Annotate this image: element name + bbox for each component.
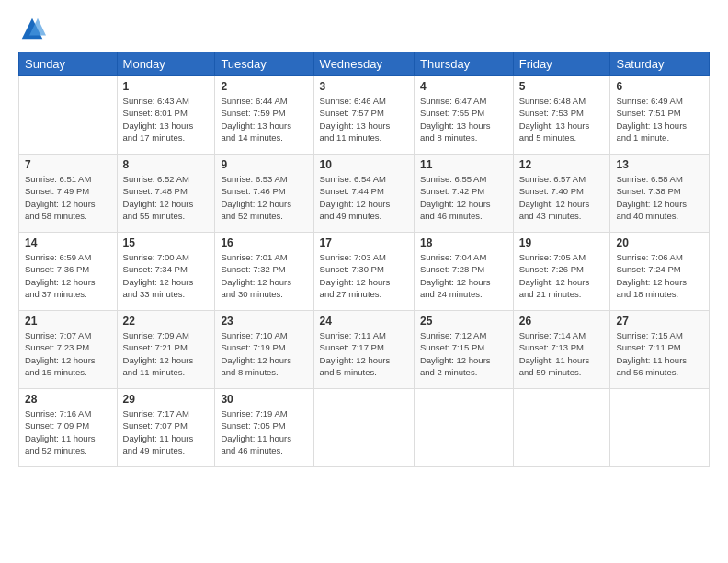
day-number: 10 — [320, 158, 408, 171]
calendar-cell: 4Sunrise: 6:47 AM Sunset: 7:55 PM Daylig… — [414, 76, 513, 155]
calendar-cell: 23Sunrise: 7:10 AM Sunset: 7:19 PM Dayli… — [215, 311, 313, 389]
calendar-cell: 14Sunrise: 6:59 AM Sunset: 7:36 PM Dayli… — [19, 233, 118, 311]
weekday-header-tuesday: Tuesday — [215, 52, 313, 76]
weekday-header-monday: Monday — [117, 52, 215, 76]
logo — [18, 15, 50, 42]
week-row-4: 28Sunrise: 7:16 AM Sunset: 7:09 PM Dayli… — [19, 389, 710, 467]
day-number: 16 — [221, 236, 307, 249]
logo-icon — [18, 15, 46, 42]
calendar-cell: 12Sunrise: 6:57 AM Sunset: 7:40 PM Dayli… — [513, 155, 610, 233]
page: SundayMondayTuesdayWednesdayThursdayFrid… — [0, 0, 728, 563]
day-info: Sunrise: 7:07 AM Sunset: 7:23 PM Dayligh… — [25, 329, 111, 378]
day-number: 27 — [616, 315, 703, 327]
calendar-cell: 29Sunrise: 7:17 AM Sunset: 7:07 PM Dayli… — [117, 389, 215, 467]
day-info: Sunrise: 6:48 AM Sunset: 7:53 PM Dayligh… — [519, 95, 605, 144]
day-number: 9 — [221, 158, 307, 171]
day-number: 30 — [221, 393, 307, 406]
calendar-cell: 2Sunrise: 6:44 AM Sunset: 7:59 PM Daylig… — [215, 76, 313, 155]
calendar-cell: 30Sunrise: 7:19 AM Sunset: 7:05 PM Dayli… — [215, 389, 313, 467]
day-info: Sunrise: 6:49 AM Sunset: 7:51 PM Dayligh… — [616, 95, 703, 144]
calendar-cell: 8Sunrise: 6:52 AM Sunset: 7:48 PM Daylig… — [117, 155, 215, 233]
weekday-header-row: SundayMondayTuesdayWednesdayThursdayFrid… — [19, 52, 710, 76]
calendar-cell: 13Sunrise: 6:58 AM Sunset: 7:38 PM Dayli… — [610, 155, 710, 233]
day-info: Sunrise: 6:57 AM Sunset: 7:40 PM Dayligh… — [519, 173, 605, 222]
weekday-header-sunday: Sunday — [19, 52, 118, 76]
day-number: 15 — [123, 236, 210, 249]
day-number: 3 — [320, 80, 408, 93]
calendar-cell: 10Sunrise: 6:54 AM Sunset: 7:44 PM Dayli… — [313, 155, 414, 233]
calendar-cell — [313, 389, 414, 467]
day-info: Sunrise: 7:16 AM Sunset: 7:09 PM Dayligh… — [25, 408, 111, 456]
calendar-cell: 24Sunrise: 7:11 AM Sunset: 7:17 PM Dayli… — [313, 311, 414, 389]
calendar-cell: 19Sunrise: 7:05 AM Sunset: 7:26 PM Dayli… — [513, 233, 610, 311]
day-number: 1 — [123, 80, 210, 93]
day-number: 8 — [123, 158, 210, 171]
day-number: 17 — [320, 236, 408, 249]
day-number: 7 — [25, 158, 111, 171]
day-number: 29 — [123, 393, 210, 406]
day-number: 19 — [519, 236, 605, 249]
day-info: Sunrise: 7:19 AM Sunset: 7:05 PM Dayligh… — [221, 408, 307, 456]
calendar-cell — [610, 389, 710, 467]
day-number: 25 — [420, 315, 507, 327]
weekday-header-friday: Friday — [513, 52, 610, 76]
header — [18, 15, 710, 42]
calendar-cell: 17Sunrise: 7:03 AM Sunset: 7:30 PM Dayli… — [313, 233, 414, 311]
calendar-cell: 15Sunrise: 7:00 AM Sunset: 7:34 PM Dayli… — [117, 233, 215, 311]
day-info: Sunrise: 7:01 AM Sunset: 7:32 PM Dayligh… — [221, 251, 307, 300]
day-number: 21 — [25, 315, 111, 327]
calendar-cell — [414, 389, 513, 467]
calendar-cell: 20Sunrise: 7:06 AM Sunset: 7:24 PM Dayli… — [610, 233, 710, 311]
day-number: 22 — [123, 315, 210, 327]
calendar-cell: 1Sunrise: 6:43 AM Sunset: 8:01 PM Daylig… — [117, 76, 215, 155]
calendar-cell: 7Sunrise: 6:51 AM Sunset: 7:49 PM Daylig… — [19, 155, 118, 233]
day-info: Sunrise: 6:46 AM Sunset: 7:57 PM Dayligh… — [320, 95, 408, 144]
calendar: SundayMondayTuesdayWednesdayThursdayFrid… — [18, 52, 710, 467]
day-info: Sunrise: 6:53 AM Sunset: 7:46 PM Dayligh… — [221, 173, 307, 222]
calendar-cell: 5Sunrise: 6:48 AM Sunset: 7:53 PM Daylig… — [513, 76, 610, 155]
calendar-cell: 16Sunrise: 7:01 AM Sunset: 7:32 PM Dayli… — [215, 233, 313, 311]
day-info: Sunrise: 6:51 AM Sunset: 7:49 PM Dayligh… — [25, 173, 111, 222]
calendar-cell: 28Sunrise: 7:16 AM Sunset: 7:09 PM Dayli… — [19, 389, 118, 467]
calendar-cell: 11Sunrise: 6:55 AM Sunset: 7:42 PM Dayli… — [414, 155, 513, 233]
day-info: Sunrise: 6:43 AM Sunset: 8:01 PM Dayligh… — [123, 95, 210, 144]
calendar-cell — [19, 76, 118, 155]
day-info: Sunrise: 6:59 AM Sunset: 7:36 PM Dayligh… — [25, 251, 111, 300]
day-info: Sunrise: 6:55 AM Sunset: 7:42 PM Dayligh… — [420, 173, 507, 222]
week-row-1: 7Sunrise: 6:51 AM Sunset: 7:49 PM Daylig… — [19, 155, 710, 233]
day-number: 26 — [519, 315, 605, 327]
weekday-header-saturday: Saturday — [610, 52, 710, 76]
day-info: Sunrise: 7:03 AM Sunset: 7:30 PM Dayligh… — [320, 251, 408, 300]
day-info: Sunrise: 7:04 AM Sunset: 7:28 PM Dayligh… — [420, 251, 507, 300]
calendar-cell: 26Sunrise: 7:14 AM Sunset: 7:13 PM Dayli… — [513, 311, 610, 389]
day-info: Sunrise: 6:54 AM Sunset: 7:44 PM Dayligh… — [320, 173, 408, 222]
day-number: 6 — [616, 80, 703, 93]
day-info: Sunrise: 6:44 AM Sunset: 7:59 PM Dayligh… — [221, 95, 307, 144]
day-info: Sunrise: 7:00 AM Sunset: 7:34 PM Dayligh… — [123, 251, 210, 300]
week-row-2: 14Sunrise: 6:59 AM Sunset: 7:36 PM Dayli… — [19, 233, 710, 311]
day-info: Sunrise: 7:06 AM Sunset: 7:24 PM Dayligh… — [616, 251, 703, 300]
day-number: 24 — [320, 315, 408, 327]
week-row-3: 21Sunrise: 7:07 AM Sunset: 7:23 PM Dayli… — [19, 311, 710, 389]
day-info: Sunrise: 6:58 AM Sunset: 7:38 PM Dayligh… — [616, 173, 703, 222]
day-info: Sunrise: 7:09 AM Sunset: 7:21 PM Dayligh… — [123, 329, 210, 378]
day-info: Sunrise: 7:05 AM Sunset: 7:26 PM Dayligh… — [519, 251, 605, 300]
day-number: 12 — [519, 158, 605, 171]
day-info: Sunrise: 6:52 AM Sunset: 7:48 PM Dayligh… — [123, 173, 210, 222]
calendar-cell — [513, 389, 610, 467]
calendar-cell: 22Sunrise: 7:09 AM Sunset: 7:21 PM Dayli… — [117, 311, 215, 389]
day-number: 2 — [221, 80, 307, 93]
calendar-cell: 3Sunrise: 6:46 AM Sunset: 7:57 PM Daylig… — [313, 76, 414, 155]
day-number: 23 — [221, 315, 307, 327]
day-number: 20 — [616, 236, 703, 249]
day-number: 11 — [420, 158, 507, 171]
day-info: Sunrise: 7:10 AM Sunset: 7:19 PM Dayligh… — [221, 329, 307, 378]
calendar-cell: 25Sunrise: 7:12 AM Sunset: 7:15 PM Dayli… — [414, 311, 513, 389]
day-number: 5 — [519, 80, 605, 93]
day-info: Sunrise: 6:47 AM Sunset: 7:55 PM Dayligh… — [420, 95, 507, 144]
day-info: Sunrise: 7:17 AM Sunset: 7:07 PM Dayligh… — [123, 408, 210, 456]
day-number: 18 — [420, 236, 507, 249]
day-number: 13 — [616, 158, 703, 171]
calendar-cell: 21Sunrise: 7:07 AM Sunset: 7:23 PM Dayli… — [19, 311, 118, 389]
calendar-cell: 27Sunrise: 7:15 AM Sunset: 7:11 PM Dayli… — [610, 311, 710, 389]
